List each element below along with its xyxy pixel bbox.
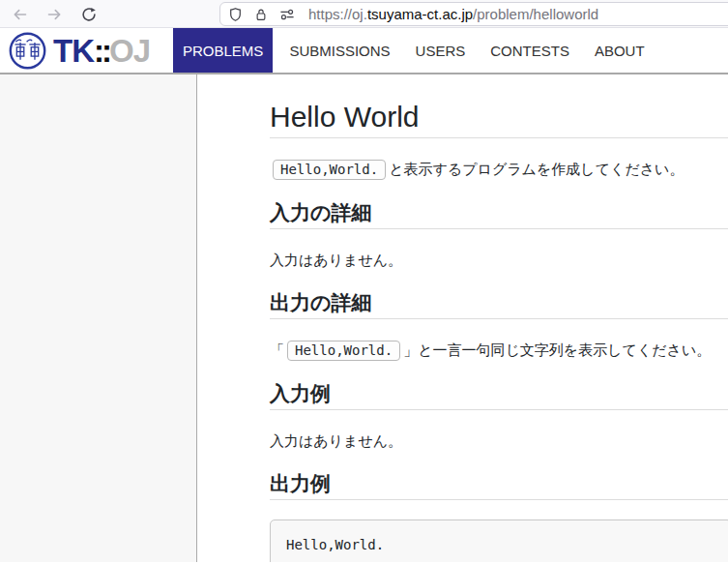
forward-button[interactable]	[42, 2, 67, 26]
section-heading-output-details: 出力の詳細	[270, 290, 728, 319]
sidebar	[0, 74, 197, 562]
url-bar[interactable]: https://oj.tsuyama-ct.ac.jp/problem/hell…	[219, 2, 728, 26]
problem-statement-text: と表示するプログラムを作成してください。	[389, 161, 684, 177]
page-body: Hello World Hello,World.と表示するプログラムを作成してく…	[0, 74, 728, 562]
inline-code-hello-world-2: Hello,World.	[287, 341, 400, 361]
https-lock-icon[interactable]	[253, 7, 269, 22]
wordmark-separator: ::	[94, 33, 109, 69]
url-domain: tsuyama-ct.ac.jp	[367, 6, 473, 22]
inline-code-hello-world: Hello,World.	[273, 160, 386, 180]
brand-wordmark: TK::OJ	[53, 35, 150, 67]
college-emblem-icon	[8, 31, 47, 71]
problem-content: Hello World Hello,World.と表示するプログラムを作成してく…	[197, 74, 728, 562]
output-details-prefix: 「	[270, 341, 284, 358]
tracking-protection-shield-icon[interactable]	[227, 7, 243, 22]
back-arrow-icon	[12, 7, 28, 22]
nav-item-about[interactable]: ABOUT	[586, 28, 654, 73]
nav-item-contests[interactable]: CONTESTS	[481, 28, 578, 73]
url-text: https://oj.tsuyama-ct.ac.jp/problem/hell…	[308, 6, 598, 22]
browser-window: https://oj.tsuyama-ct.ac.jp/problem/hell…	[0, 0, 728, 564]
site-navbar: TK::OJ PROBLEMS SUBMISSIONS USERS CONTES…	[0, 28, 728, 74]
reload-button[interactable]	[76, 2, 102, 26]
wordmark-oj: OJ	[109, 33, 150, 69]
reload-icon	[81, 7, 97, 22]
section-heading-output-example: 出力例	[270, 471, 728, 500]
nav-item-submissions[interactable]: SUBMISSIONS	[280, 28, 398, 73]
input-example-body: 入力はありません。	[270, 430, 728, 452]
nav-item-users[interactable]: USERS	[407, 28, 475, 73]
url-scheme: https://oj.	[308, 6, 367, 22]
input-details-body: 入力はありません。	[270, 249, 728, 271]
back-button[interactable]	[7, 2, 32, 26]
output-details-suffix: 」と一言一句同じ文字列を表示してください。	[403, 341, 711, 358]
page-title: Hello World	[270, 101, 728, 138]
section-heading-input-details: 入力の詳細	[270, 200, 728, 229]
nav-menu: PROBLEMS SUBMISSIONS USERS CONTESTS ABOU…	[173, 28, 661, 73]
section-heading-input-example: 入力例	[270, 381, 728, 410]
wordmark-tk: TK	[53, 33, 94, 69]
nav-item-problems[interactable]: PROBLEMS	[173, 28, 273, 73]
url-path: /problem/helloworld	[473, 6, 598, 22]
problem-statement: Hello,World.と表示するプログラムを作成してください。	[270, 158, 728, 181]
forward-arrow-icon	[46, 7, 63, 22]
browser-toolbar: https://oj.tsuyama-ct.ac.jp/problem/hell…	[0, 0, 728, 28]
site-permissions-icon[interactable]	[279, 7, 295, 22]
output-details-body: 「Hello,World.」と一言一句同じ文字列を表示してください。	[270, 339, 728, 362]
brand-logo[interactable]: TK::OJ	[8, 28, 150, 73]
output-example-code-block: Hello,World.	[270, 519, 728, 562]
output-example-code: Hello,World.	[286, 537, 384, 552]
